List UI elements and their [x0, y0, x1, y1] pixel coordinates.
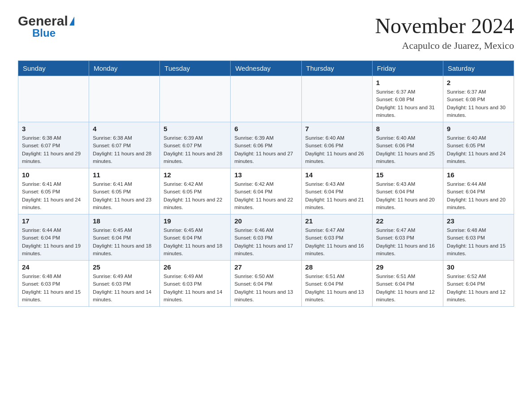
table-row: 3Sunrise: 6:38 AM Sunset: 6:07 PM Daylig… — [18, 122, 89, 168]
table-row: 7Sunrise: 6:40 AM Sunset: 6:06 PM Daylig… — [301, 122, 372, 168]
day-info: Sunrise: 6:49 AM Sunset: 6:03 PM Dayligh… — [93, 273, 156, 304]
day-info: Sunrise: 6:44 AM Sunset: 6:04 PM Dayligh… — [22, 227, 85, 257]
table-row: 17Sunrise: 6:44 AM Sunset: 6:04 PM Dayli… — [18, 214, 89, 261]
table-row: 13Sunrise: 6:42 AM Sunset: 6:04 PM Dayli… — [231, 168, 301, 214]
col-wednesday: Wednesday — [231, 61, 301, 76]
day-number: 27 — [234, 263, 297, 271]
day-number: 16 — [447, 171, 510, 179]
day-info: Sunrise: 6:52 AM Sunset: 6:04 PM Dayligh… — [447, 273, 510, 304]
day-number: 3 — [22, 125, 85, 133]
day-number: 23 — [447, 217, 510, 225]
col-saturday: Saturday — [443, 61, 514, 76]
table-row: 29Sunrise: 6:51 AM Sunset: 6:04 PM Dayli… — [372, 261, 443, 307]
table-row — [301, 76, 372, 122]
day-info: Sunrise: 6:45 AM Sunset: 6:04 PM Dayligh… — [93, 227, 156, 257]
day-info: Sunrise: 6:39 AM Sunset: 6:07 PM Dayligh… — [163, 134, 227, 165]
day-number: 8 — [376, 125, 439, 133]
day-info: Sunrise: 6:43 AM Sunset: 6:04 PM Dayligh… — [305, 180, 369, 211]
table-row: 16Sunrise: 6:44 AM Sunset: 6:04 PM Dayli… — [443, 168, 514, 214]
day-number: 14 — [305, 171, 369, 179]
day-number: 10 — [22, 171, 85, 179]
col-tuesday: Tuesday — [160, 61, 231, 76]
day-number: 19 — [163, 217, 227, 225]
day-number: 26 — [163, 263, 227, 271]
day-info: Sunrise: 6:40 AM Sunset: 6:05 PM Dayligh… — [447, 134, 510, 165]
day-info: Sunrise: 6:41 AM Sunset: 6:05 PM Dayligh… — [93, 180, 156, 211]
day-info: Sunrise: 6:39 AM Sunset: 6:06 PM Dayligh… — [234, 134, 297, 165]
table-row: 20Sunrise: 6:46 AM Sunset: 6:03 PM Dayli… — [231, 214, 301, 261]
calendar-week-row: 17Sunrise: 6:44 AM Sunset: 6:04 PM Dayli… — [18, 214, 514, 261]
day-number: 13 — [234, 171, 297, 179]
calendar-header-row: Sunday Monday Tuesday Wednesday Thursday… — [18, 61, 514, 76]
table-row: 19Sunrise: 6:45 AM Sunset: 6:04 PM Dayli… — [160, 214, 231, 261]
table-row: 4Sunrise: 6:38 AM Sunset: 6:07 PM Daylig… — [89, 122, 160, 168]
day-number: 11 — [93, 171, 156, 179]
table-row: 27Sunrise: 6:50 AM Sunset: 6:04 PM Dayli… — [231, 261, 301, 307]
day-info: Sunrise: 6:51 AM Sunset: 6:04 PM Dayligh… — [305, 273, 369, 304]
table-row: 23Sunrise: 6:48 AM Sunset: 6:03 PM Dayli… — [443, 214, 514, 261]
table-row: 28Sunrise: 6:51 AM Sunset: 6:04 PM Dayli… — [301, 261, 372, 307]
day-number: 15 — [376, 171, 439, 179]
day-number: 30 — [447, 263, 510, 271]
table-row: 21Sunrise: 6:47 AM Sunset: 6:03 PM Dayli… — [301, 214, 372, 261]
table-row: 6Sunrise: 6:39 AM Sunset: 6:06 PM Daylig… — [231, 122, 301, 168]
calendar-week-row: 24Sunrise: 6:48 AM Sunset: 6:03 PM Dayli… — [18, 261, 514, 307]
day-number: 17 — [22, 217, 85, 225]
day-number: 4 — [93, 125, 156, 133]
day-number: 21 — [305, 217, 369, 225]
day-info: Sunrise: 6:40 AM Sunset: 6:06 PM Dayligh… — [305, 134, 369, 165]
table-row — [160, 76, 231, 122]
day-info: Sunrise: 6:46 AM Sunset: 6:03 PM Dayligh… — [234, 227, 297, 257]
day-info: Sunrise: 6:42 AM Sunset: 6:05 PM Dayligh… — [163, 180, 227, 211]
table-row: 14Sunrise: 6:43 AM Sunset: 6:04 PM Dayli… — [301, 168, 372, 214]
month-title: November 2024 — [375, 13, 514, 38]
table-row: 5Sunrise: 6:39 AM Sunset: 6:07 PM Daylig… — [160, 122, 231, 168]
day-number: 12 — [163, 171, 227, 179]
table-row — [231, 76, 301, 122]
day-info: Sunrise: 6:48 AM Sunset: 6:03 PM Dayligh… — [447, 227, 510, 257]
table-row: 25Sunrise: 6:49 AM Sunset: 6:03 PM Dayli… — [89, 261, 160, 307]
day-info: Sunrise: 6:42 AM Sunset: 6:04 PM Dayligh… — [234, 180, 297, 211]
table-row: 30Sunrise: 6:52 AM Sunset: 6:04 PM Dayli… — [443, 261, 514, 307]
day-info: Sunrise: 6:48 AM Sunset: 6:03 PM Dayligh… — [22, 273, 85, 304]
day-number: 1 — [376, 79, 439, 86]
calendar-week-row: 1Sunrise: 6:37 AM Sunset: 6:08 PM Daylig… — [18, 76, 514, 122]
day-info: Sunrise: 6:51 AM Sunset: 6:04 PM Dayligh… — [376, 273, 439, 304]
day-number: 9 — [447, 125, 510, 133]
table-row: 24Sunrise: 6:48 AM Sunset: 6:03 PM Dayli… — [18, 261, 89, 307]
calendar-week-row: 3Sunrise: 6:38 AM Sunset: 6:07 PM Daylig… — [18, 122, 514, 168]
day-info: Sunrise: 6:41 AM Sunset: 6:05 PM Dayligh… — [22, 180, 85, 211]
day-number: 6 — [234, 125, 297, 133]
day-number: 18 — [93, 217, 156, 225]
table-row: 15Sunrise: 6:43 AM Sunset: 6:04 PM Dayli… — [372, 168, 443, 214]
day-number: 20 — [234, 217, 297, 225]
day-info: Sunrise: 6:47 AM Sunset: 6:03 PM Dayligh… — [376, 227, 439, 257]
col-monday: Monday — [89, 61, 160, 76]
day-info: Sunrise: 6:40 AM Sunset: 6:06 PM Dayligh… — [376, 134, 439, 165]
day-info: Sunrise: 6:38 AM Sunset: 6:07 PM Dayligh… — [22, 134, 85, 165]
table-row: 9Sunrise: 6:40 AM Sunset: 6:05 PM Daylig… — [443, 122, 514, 168]
day-number: 28 — [305, 263, 369, 271]
day-number: 24 — [22, 263, 85, 271]
title-area: November 2024 Acapulco de Juarez, Mexico — [375, 13, 514, 51]
table-row: 1Sunrise: 6:37 AM Sunset: 6:08 PM Daylig… — [372, 76, 443, 122]
col-friday: Friday — [372, 61, 443, 76]
table-row: 22Sunrise: 6:47 AM Sunset: 6:03 PM Dayli… — [372, 214, 443, 261]
col-thursday: Thursday — [301, 61, 372, 76]
calendar-table: Sunday Monday Tuesday Wednesday Thursday… — [18, 60, 514, 307]
day-info: Sunrise: 6:44 AM Sunset: 6:04 PM Dayligh… — [447, 180, 510, 211]
logo-general-text: General — [18, 13, 68, 29]
day-number: 5 — [163, 125, 227, 133]
table-row: 26Sunrise: 6:49 AM Sunset: 6:03 PM Dayli… — [160, 261, 231, 307]
day-info: Sunrise: 6:37 AM Sunset: 6:08 PM Dayligh… — [447, 88, 510, 119]
table-row: 18Sunrise: 6:45 AM Sunset: 6:04 PM Dayli… — [89, 214, 160, 261]
table-row — [89, 76, 160, 122]
day-info: Sunrise: 6:37 AM Sunset: 6:08 PM Dayligh… — [376, 88, 439, 119]
day-info: Sunrise: 6:38 AM Sunset: 6:07 PM Dayligh… — [93, 134, 156, 165]
page-header: General Blue November 2024 Acapulco de J… — [18, 13, 514, 51]
table-row: 12Sunrise: 6:42 AM Sunset: 6:05 PM Dayli… — [160, 168, 231, 214]
logo-blue-text: Blue — [32, 27, 56, 39]
location-subtitle: Acapulco de Juarez, Mexico — [375, 40, 514, 51]
day-number: 7 — [305, 125, 369, 133]
day-number: 25 — [93, 263, 156, 271]
